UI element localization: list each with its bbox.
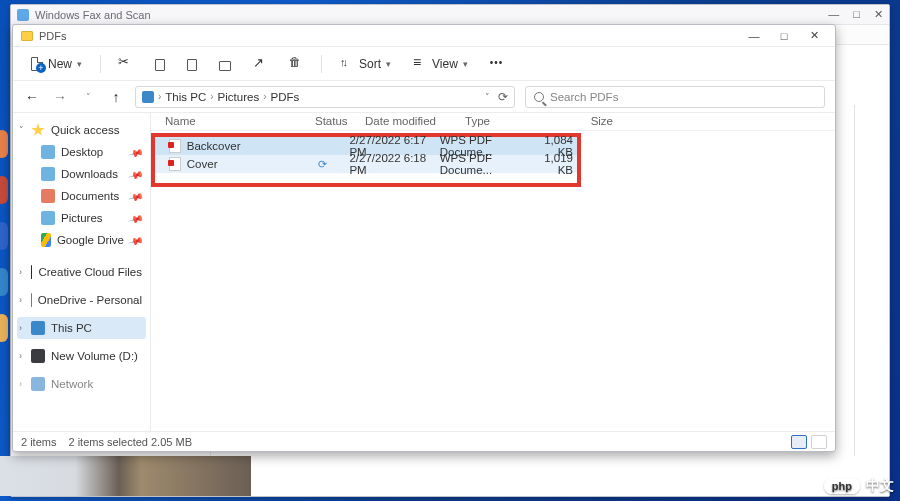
sidebar-item-label: New Volume (D:) [51, 350, 138, 362]
folder-icon [21, 31, 33, 41]
window-title: PDFs [39, 30, 67, 42]
pdf-icon [169, 139, 181, 153]
sidebar-item-documents[interactable]: Documents 📌 [17, 185, 146, 207]
sidebar-item-googledrive[interactable]: Google Drive 📌 [17, 229, 146, 251]
bg-maximize-button[interactable]: □ [853, 8, 860, 21]
sidebar-item-label: This PC [51, 322, 92, 334]
watermark: php 中文 [824, 477, 894, 495]
trash-icon [289, 57, 303, 71]
file-type: WPS PDF Docume... [436, 150, 526, 178]
forward-button[interactable]: → [51, 89, 69, 105]
more-icon [490, 57, 504, 71]
sidebar-item-downloads[interactable]: Downloads 📌 [17, 163, 146, 185]
sidebar-item-label: Pictures [61, 212, 103, 224]
close-button[interactable]: ✕ [799, 27, 829, 45]
address-bar[interactable]: › This PC › Pictures › PDFs ˅ ⟳ [135, 86, 515, 108]
navigation-pane: ˅ Quick access Desktop 📌 Downloads 📌 Doc… [13, 113, 151, 431]
chevron-right-icon: › [19, 351, 22, 361]
chevron-right-icon: › [158, 91, 161, 102]
downloads-icon [41, 167, 55, 181]
rename-icon [219, 61, 231, 71]
pc-icon [142, 91, 154, 103]
file-size: 1,019 KB [526, 150, 577, 178]
col-size[interactable]: Size [561, 113, 617, 130]
onedrive-icon [31, 293, 32, 307]
pdf-icon [169, 157, 181, 171]
sidebar-item-pictures[interactable]: Pictures 📌 [17, 207, 146, 229]
file-list-area: Name Status Date modified Type Size Back… [151, 113, 835, 431]
column-headers[interactable]: Name Status Date modified Type Size [151, 113, 835, 131]
search-placeholder: Search PDFs [550, 91, 618, 103]
sidebar-item-onedrive[interactable]: › OneDrive - Personal [17, 289, 146, 311]
cut-button[interactable] [111, 53, 141, 75]
sidebar-item-label: Documents [61, 190, 119, 202]
col-type[interactable]: Type [461, 113, 561, 130]
minimize-button[interactable]: — [739, 27, 769, 45]
sidebar-item-network[interactable]: › Network [17, 373, 146, 395]
sidebar-item-label: Google Drive [57, 234, 124, 246]
rename-button[interactable] [211, 55, 239, 73]
back-button[interactable]: ← [23, 89, 41, 105]
documents-icon [41, 189, 55, 203]
scissors-icon [119, 57, 133, 71]
breadcrumb-this-pc[interactable]: This PC [165, 91, 206, 103]
details-view-button[interactable] [791, 435, 807, 449]
watermark-text: 中文 [866, 477, 894, 495]
file-date: 2/27/2022 6:18 PM [345, 150, 435, 178]
sort-button[interactable]: Sort ▾ [332, 53, 399, 75]
bg-close-button[interactable]: ✕ [874, 8, 883, 21]
col-name[interactable]: Name [161, 113, 311, 130]
sidebar-quick-access[interactable]: ˅ Quick access [17, 119, 146, 141]
network-icon [31, 377, 45, 391]
sidebar-item-desktop[interactable]: Desktop 📌 [17, 141, 146, 163]
maximize-button[interactable]: □ [769, 27, 799, 45]
copy-icon [155, 59, 165, 71]
pin-icon: 📌 [128, 166, 144, 182]
file-name: Backcover [187, 140, 241, 152]
copy-button[interactable] [147, 54, 173, 74]
col-status[interactable]: Status [311, 113, 361, 130]
search-icon [534, 92, 544, 102]
sidebar-item-ccfiles[interactable]: › Creative Cloud Files [17, 261, 146, 283]
pictures-icon [41, 211, 55, 225]
delete-button[interactable] [281, 53, 311, 75]
sidebar-item-thispc[interactable]: › This PC [17, 317, 146, 339]
recent-locations-button[interactable]: ˅ [79, 92, 97, 102]
googledrive-icon [41, 233, 51, 247]
chevron-right-icon: › [19, 379, 22, 389]
new-button[interactable]: + New ▾ [23, 53, 90, 75]
app-icon [17, 9, 29, 21]
watermark-badge: php [824, 478, 860, 494]
new-icon: + [31, 57, 43, 71]
refresh-button[interactable]: ⟳ [498, 90, 508, 104]
sidebar-label: Quick access [51, 124, 119, 136]
search-input[interactable]: Search PDFs [525, 86, 825, 108]
sidebar-item-newvolume[interactable]: › New Volume (D:) [17, 345, 146, 367]
bg-minimize-button[interactable]: — [828, 8, 839, 21]
pin-icon: 📌 [128, 232, 144, 248]
drive-icon [31, 349, 45, 363]
thumbnails-view-button[interactable] [811, 435, 827, 449]
share-button[interactable] [245, 53, 275, 75]
pin-icon: 📌 [128, 144, 144, 160]
paste-button[interactable] [179, 54, 205, 74]
creativecloud-icon [31, 265, 32, 279]
view-button[interactable]: View ▾ [405, 53, 476, 75]
chevron-right-icon: › [19, 267, 22, 277]
breadcrumb-pictures[interactable]: Pictures [218, 91, 260, 103]
file-explorer-window: PDFs — □ ✕ + New ▾ Sort ▾ View ▾ ← [12, 24, 836, 452]
pin-icon: 📌 [128, 210, 144, 226]
status-item-count: 2 items [21, 436, 56, 448]
up-button[interactable]: ↑ [107, 89, 125, 105]
more-button[interactable] [482, 53, 512, 75]
chevron-down-icon[interactable]: ˅ [485, 92, 490, 102]
bg-preview-thumbnail [0, 456, 251, 496]
chevron-down-icon: ▾ [463, 59, 468, 69]
new-label: New [48, 57, 72, 71]
sort-icon [340, 57, 354, 71]
chevron-down-icon: ˅ [19, 125, 24, 135]
breadcrumb-pdfs[interactable]: PDFs [270, 91, 299, 103]
col-date[interactable]: Date modified [361, 113, 461, 130]
table-row[interactable]: Cover ⟳ 2/27/2022 6:18 PM WPS PDF Docume… [155, 155, 577, 173]
file-name: Cover [187, 158, 218, 170]
